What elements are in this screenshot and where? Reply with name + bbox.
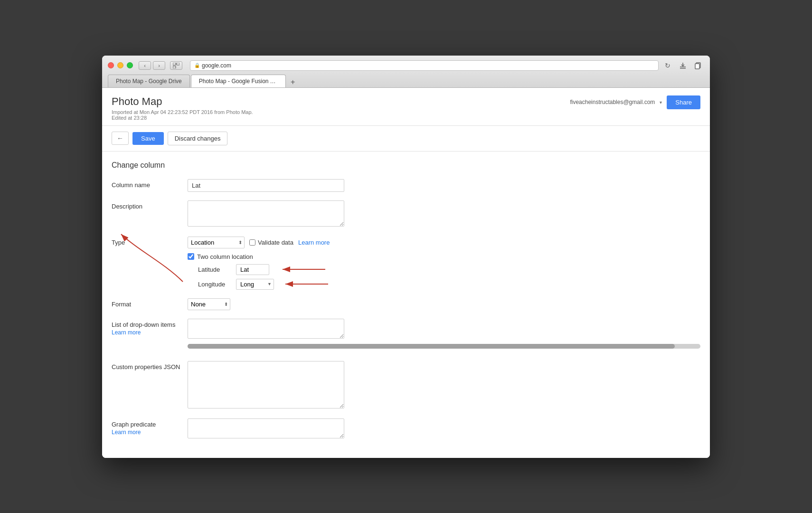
toolbar: ← Save Discard changes	[102, 126, 710, 152]
header-actions: fiveacheinstructables@gmail.com ▾ Share	[570, 95, 700, 109]
graph-predicate-label-with-sub: Graph predicate Learn more	[112, 421, 188, 436]
format-label: Format	[112, 298, 188, 308]
latitude-select-wrapper	[236, 264, 269, 275]
new-tab-button[interactable]: +	[288, 77, 298, 87]
latitude-label: Latitude	[198, 266, 231, 273]
validate-checkbox-label: Validate data	[249, 239, 293, 246]
format-row: Format None	[112, 298, 700, 310]
duplicate-icon[interactable]	[692, 61, 704, 70]
svg-rect-3	[680, 66, 686, 67]
traffic-lights	[108, 62, 133, 68]
custom-json-control	[188, 361, 344, 410]
page-title: Photo Map	[112, 95, 253, 108]
custom-json-label: Custom properties JSON	[112, 361, 188, 370]
longitude-label: Longitude	[198, 281, 231, 288]
nav-buttons: ‹ ›	[139, 61, 165, 70]
column-name-control	[188, 179, 344, 192]
type-select[interactable]: Location Text Number Date/Time	[188, 237, 245, 248]
two-col-annotation: Two column location Latitude	[188, 253, 344, 290]
format-control: None	[188, 298, 344, 310]
share-button[interactable]: Share	[667, 95, 700, 109]
longitude-select-wrapper: Long	[236, 279, 274, 290]
dropdown-learn-more-link[interactable]: Learn more	[112, 329, 188, 336]
window-actions	[677, 61, 704, 70]
description-label: Description	[112, 200, 188, 210]
dropdown-items-row: List of drop-down items Learn more	[112, 319, 700, 352]
lat-arrow-annotation	[278, 265, 335, 274]
dropdown-label-with-sub: List of drop-down items Learn more	[112, 321, 188, 336]
tab-view-button[interactable]	[170, 61, 182, 70]
graph-predicate-label: Graph predicate	[112, 421, 188, 428]
dropdown-items-control	[188, 319, 700, 352]
two-col-section: Two column location Latitude	[188, 253, 344, 290]
app-header: Photo Map Imported at Mon Apr 04 22:23:5…	[102, 88, 710, 126]
tab-drive[interactable]: Photo Map - Google Drive	[108, 75, 190, 87]
app-title-block: Photo Map Imported at Mon Apr 04 22:23:5…	[112, 95, 253, 121]
longitude-select[interactable]: Long	[236, 279, 274, 290]
user-email: fiveacheinstructables@gmail.com	[570, 99, 655, 105]
format-select-wrapper: None	[188, 298, 230, 310]
reload-button[interactable]: ↻	[662, 60, 673, 71]
type-learn-more-link[interactable]: Learn more	[298, 239, 330, 246]
user-dropdown-arrow[interactable]: ▾	[660, 100, 662, 105]
url-text: google.com	[202, 62, 231, 69]
svg-rect-4	[680, 68, 686, 69]
two-col-label: Two column location	[197, 253, 253, 260]
tabs-row: Photo Map - Google Drive Photo Map - Goo…	[108, 75, 704, 87]
form-container: Change column Column name Description Ty…	[102, 152, 710, 458]
longitude-row: Longitude Long	[198, 279, 344, 290]
address-bar[interactable]: 🔒 google.com	[190, 60, 659, 71]
svg-rect-6	[695, 64, 699, 69]
graph-predicate-learn-more-link[interactable]: Learn more	[112, 429, 188, 436]
description-input[interactable]	[188, 200, 344, 227]
validate-checkbox-input[interactable]	[249, 239, 255, 246]
svg-rect-0	[173, 63, 176, 65]
column-name-input[interactable]	[188, 179, 344, 192]
long-arrow-annotation	[281, 279, 338, 289]
section-title: Change column	[112, 161, 700, 170]
type-row: Type Location Text Number Date/Time	[112, 237, 700, 290]
validate-label: Validate data	[258, 239, 293, 246]
dropdown-items-input[interactable]	[188, 319, 344, 339]
graph-predicate-control	[188, 418, 344, 440]
column-name-row: Column name	[112, 179, 700, 192]
latitude-row: Latitude	[198, 264, 344, 275]
close-button[interactable]	[108, 62, 114, 68]
custom-json-row: Custom properties JSON	[112, 361, 700, 410]
column-name-label: Column name	[112, 179, 188, 189]
two-col-checkbox-input[interactable]	[188, 253, 194, 260]
back-button[interactable]: ←	[112, 132, 129, 145]
svg-rect-2	[173, 66, 176, 68]
scrollbar-thumb	[188, 344, 675, 349]
app-content: Photo Map Imported at Mon Apr 04 22:23:5…	[102, 88, 710, 458]
graph-predicate-row: Graph predicate Learn more	[112, 418, 700, 440]
discard-button[interactable]: Discard changes	[168, 132, 228, 145]
lock-icon: 🔒	[194, 63, 200, 68]
latitude-input[interactable]	[236, 264, 269, 275]
graph-predicate-input[interactable]	[188, 418, 344, 438]
type-label: Type	[112, 237, 188, 246]
svg-rect-1	[177, 63, 179, 65]
graph-predicate-label-block: Graph predicate Learn more	[112, 418, 188, 436]
type-inline: Location Text Number Date/Time Validate …	[188, 237, 344, 248]
title-bar: ‹ › 🔒 google.com ↻	[102, 56, 710, 88]
back-nav-button[interactable]: ‹	[139, 61, 151, 70]
tab-fusion-tables[interactable]: Photo Map - Google Fusion Tables	[191, 75, 286, 87]
browser-window: ‹ › 🔒 google.com ↻	[102, 56, 710, 458]
meta-line1: Imported at Mon Apr 04 22:23:52 PDT 2016…	[112, 109, 253, 115]
description-control	[188, 200, 344, 228]
description-row: Description	[112, 200, 700, 228]
type-select-wrapper: Location Text Number Date/Time	[188, 237, 245, 248]
dropdown-items-label-block: List of drop-down items Learn more	[112, 319, 188, 336]
custom-json-input[interactable]	[188, 361, 344, 408]
save-button[interactable]: Save	[132, 132, 164, 145]
forward-nav-button[interactable]: ›	[153, 61, 165, 70]
two-col-checkbox-label: Two column location	[188, 253, 344, 260]
maximize-button[interactable]	[127, 62, 133, 68]
dropdown-items-label: List of drop-down items	[112, 321, 188, 328]
horizontal-scrollbar[interactable]	[188, 344, 700, 349]
meta-line2: Edited at 23:28	[112, 115, 253, 121]
minimize-button[interactable]	[117, 62, 123, 68]
upload-icon[interactable]	[677, 61, 689, 70]
format-select[interactable]: None	[188, 298, 230, 310]
